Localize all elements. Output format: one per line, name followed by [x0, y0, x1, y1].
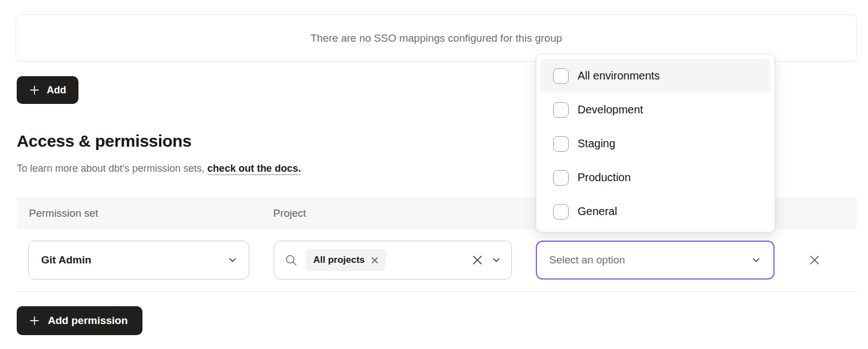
add-sso-mapping-button[interactable]: Add — [17, 76, 78, 104]
docs-link[interactable]: check out the docs. — [208, 163, 301, 174]
checkbox[interactable] — [553, 102, 569, 118]
dropdown-option-general[interactable]: General — [540, 195, 771, 228]
dropdown-option-label: Staging — [578, 137, 615, 150]
remove-row-button[interactable] — [805, 250, 825, 270]
chevron-down-icon[interactable] — [228, 255, 238, 265]
environment-placeholder: Select an option — [549, 254, 625, 266]
remove-tag-icon[interactable] — [371, 257, 378, 264]
permission-set-select[interactable]: Git Admin — [28, 241, 249, 280]
page: There are no SSO mappings configured for… — [0, 0, 868, 349]
permission-row: Git Admin All projects — [17, 229, 857, 292]
column-header-project: Project — [273, 207, 306, 220]
permissions-description: To learn more about dbt's permission set… — [17, 163, 301, 174]
permission-set-value: Git Admin — [41, 254, 91, 266]
add-permission-label: Add permission — [48, 315, 128, 327]
dropdown-option-production[interactable]: Production — [540, 161, 771, 195]
chevron-down-icon[interactable] — [751, 255, 761, 265]
project-multiselect[interactable]: All projects — [274, 241, 512, 280]
dropdown-option-label: Production — [578, 171, 631, 184]
column-header-permission-set: Permission set — [29, 207, 98, 220]
page-title: Access & permissions — [17, 132, 191, 151]
checkbox[interactable] — [553, 170, 569, 186]
sso-empty-message: There are no SSO mappings configured for… — [310, 32, 562, 44]
selected-project-tag: All projects — [305, 249, 386, 271]
dropdown-option-staging[interactable]: Staging — [540, 127, 771, 161]
dropdown-option-all-environments[interactable]: All environments — [540, 59, 771, 93]
add-button-label: Add — [47, 84, 66, 96]
project-tag-label: All projects — [313, 255, 365, 266]
add-permission-button[interactable]: Add permission — [17, 306, 142, 335]
environment-select[interactable]: Select an option — [536, 241, 775, 280]
plus-icon — [29, 84, 40, 96]
dropdown-option-label: General — [578, 205, 617, 218]
description-text: To learn more about dbt's permission set… — [17, 163, 208, 174]
checkbox[interactable] — [553, 136, 569, 152]
plus-icon — [29, 315, 40, 326]
clear-selection-icon[interactable] — [471, 254, 484, 266]
checkbox[interactable] — [553, 68, 569, 84]
chevron-down-icon[interactable] — [491, 255, 501, 265]
dropdown-option-label: All environments — [578, 69, 660, 82]
checkbox[interactable] — [553, 204, 569, 220]
environment-dropdown: All environments Development Staging Pro… — [536, 54, 775, 232]
close-icon — [808, 253, 821, 267]
search-icon — [284, 253, 298, 267]
dropdown-option-development[interactable]: Development — [540, 93, 771, 127]
dropdown-option-label: Development — [578, 103, 643, 116]
